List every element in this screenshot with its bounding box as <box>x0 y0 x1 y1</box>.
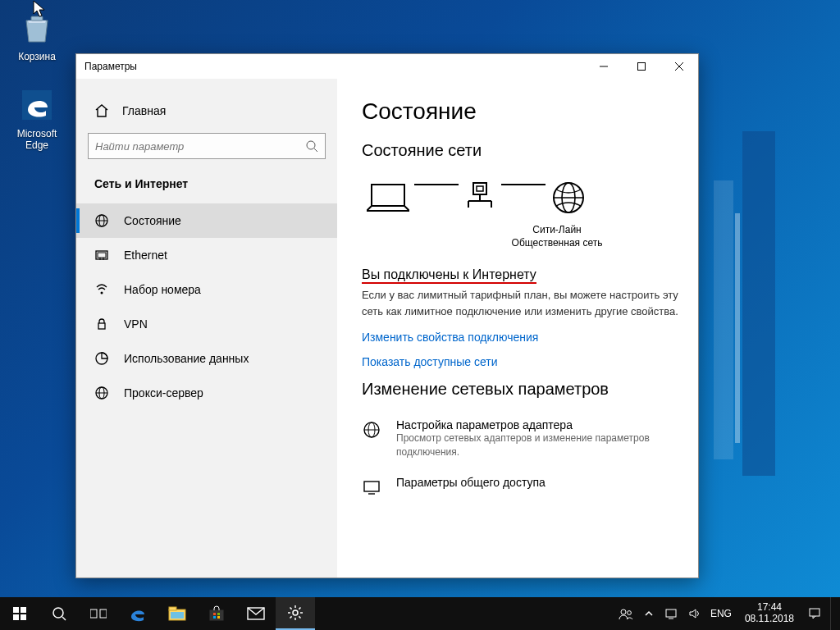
svg-point-43 <box>53 608 63 618</box>
tray-date: 08.11.2018 <box>745 614 794 625</box>
taskbar-app-store[interactable] <box>197 597 236 630</box>
taskbar-app-edge[interactable] <box>118 597 158 630</box>
svg-point-56 <box>293 610 298 615</box>
tray-chevron-up-icon[interactable] <box>641 606 656 621</box>
taskbar-search-button[interactable] <box>39 597 79 630</box>
network-diagram <box>362 175 678 224</box>
network-name: Сити-Лайн <box>436 224 678 237</box>
minimize-button[interactable] <box>585 54 623 79</box>
sidebar-item-proxy[interactable]: Прокси-сервер <box>76 376 337 410</box>
sidebar-item-label: Использование данных <box>124 352 249 365</box>
svg-rect-51 <box>213 613 216 615</box>
svg-rect-45 <box>90 609 97 618</box>
svg-line-44 <box>62 617 66 620</box>
system-tray: ENG 17:44 08.11.2018 <box>619 597 840 630</box>
home-icon <box>94 103 109 118</box>
status-icon <box>94 213 109 228</box>
proxy-icon <box>94 386 109 400</box>
settings-window: Параметры Главная Сеть <box>75 53 699 578</box>
sidebar-item-label: VPN <box>124 317 148 331</box>
sidebar-item-vpn[interactable]: VPN <box>76 307 337 341</box>
page-title: Состояние <box>362 98 678 125</box>
data-usage-icon <box>94 351 109 366</box>
sidebar-item-data-usage[interactable]: Использование данных <box>76 341 337 376</box>
change-network-params-heading: Изменение сетевых параметров <box>362 380 678 399</box>
search-field[interactable] <box>95 140 305 153</box>
sidebar-item-home[interactable]: Главная <box>76 103 337 133</box>
svg-point-58 <box>628 611 632 615</box>
link-show-available-networks[interactable]: Показать доступные сети <box>362 355 678 368</box>
close-button[interactable] <box>660 54 698 79</box>
connected-body: Если у вас лимитный тарифный план, вы мо… <box>362 287 678 319</box>
svg-rect-37 <box>364 482 379 491</box>
svg-rect-59 <box>666 609 676 617</box>
desktop-icon-label: Корзина <box>4 51 70 62</box>
pc-icon <box>367 180 409 216</box>
option-title: Параметры общего доступа <box>396 476 546 489</box>
people-icon[interactable] <box>619 606 633 621</box>
sidebar-item-label: Прокси-сервер <box>124 386 203 399</box>
svg-rect-42 <box>21 614 26 620</box>
svg-rect-3 <box>638 63 646 71</box>
svg-rect-39 <box>13 607 19 613</box>
sharing-icon <box>362 476 385 497</box>
svg-rect-40 <box>21 607 26 613</box>
task-view-button[interactable] <box>79 597 118 630</box>
svg-rect-46 <box>100 609 107 618</box>
taskbar: ENG 17:44 08.11.2018 <box>0 597 840 630</box>
sidebar-item-label: Состояние <box>124 214 181 227</box>
svg-point-57 <box>621 609 626 614</box>
maximize-button[interactable] <box>623 54 660 79</box>
tray-language[interactable]: ENG <box>710 608 732 619</box>
svg-rect-52 <box>217 613 220 615</box>
search-icon <box>305 139 318 153</box>
sidebar-item-ethernet[interactable]: Ethernet <box>76 238 337 272</box>
link-change-connection-props[interactable]: Изменить свойства подключения <box>362 331 678 344</box>
sidebar-item-dialup[interactable]: Набор номера <box>76 272 337 307</box>
svg-rect-48 <box>169 607 176 610</box>
sidebar-item-label: Набор номера <box>124 283 201 296</box>
vpn-icon <box>94 317 109 331</box>
taskbar-app-explorer[interactable] <box>158 597 197 630</box>
dialup-icon <box>94 282 109 297</box>
titlebar[interactable]: Параметры <box>76 54 698 79</box>
tray-clock[interactable]: 17:44 08.11.2018 <box>740 602 799 625</box>
show-desktop-button[interactable] <box>830 597 835 630</box>
connected-heading: Вы подключены к Интернету <box>362 267 536 282</box>
svg-line-7 <box>314 148 317 152</box>
svg-rect-54 <box>217 616 220 619</box>
diagram-line <box>501 184 546 185</box>
content-pane: Состояние Состояние сети Сити-Лайн Общес… <box>337 79 698 578</box>
search-input[interactable] <box>88 133 326 159</box>
sidebar-category: Сеть и Интернет <box>76 177 337 203</box>
mouse-cursor <box>33 0 48 18</box>
option-sharing-settings[interactable]: Параметры общего доступа <box>362 471 678 509</box>
taskbar-app-settings[interactable] <box>276 597 315 630</box>
diagram-line <box>414 184 459 185</box>
router-icon <box>463 180 496 216</box>
network-type: Общественная сеть <box>436 237 678 250</box>
adapter-icon <box>362 418 385 459</box>
svg-rect-16 <box>98 323 105 329</box>
taskbar-app-mail[interactable] <box>236 597 276 630</box>
start-button[interactable] <box>0 597 39 630</box>
window-title: Параметры <box>84 61 137 72</box>
globe-icon <box>550 180 587 216</box>
svg-rect-12 <box>98 253 106 258</box>
svg-rect-25 <box>473 183 486 194</box>
svg-point-15 <box>101 292 103 294</box>
desktop-icon-edge[interactable]: Microsoft Edge <box>4 85 70 151</box>
network-tray-icon[interactable] <box>664 606 679 621</box>
svg-rect-53 <box>213 616 216 619</box>
option-desc: Просмотр сетевых адаптеров и изменение п… <box>396 431 675 459</box>
volume-tray-icon[interactable] <box>687 606 702 621</box>
svg-rect-49 <box>171 612 184 619</box>
sidebar-item-status[interactable]: Состояние <box>76 203 337 238</box>
action-center-icon[interactable] <box>807 606 822 621</box>
svg-point-6 <box>307 141 315 149</box>
sidebar-item-label: Главная <box>122 104 166 117</box>
sidebar-item-label: Ethernet <box>124 249 167 262</box>
svg-rect-61 <box>810 609 819 616</box>
option-adapter-settings[interactable]: Настройка параметров адаптера Просмотр с… <box>362 413 678 471</box>
svg-rect-26 <box>477 186 483 191</box>
